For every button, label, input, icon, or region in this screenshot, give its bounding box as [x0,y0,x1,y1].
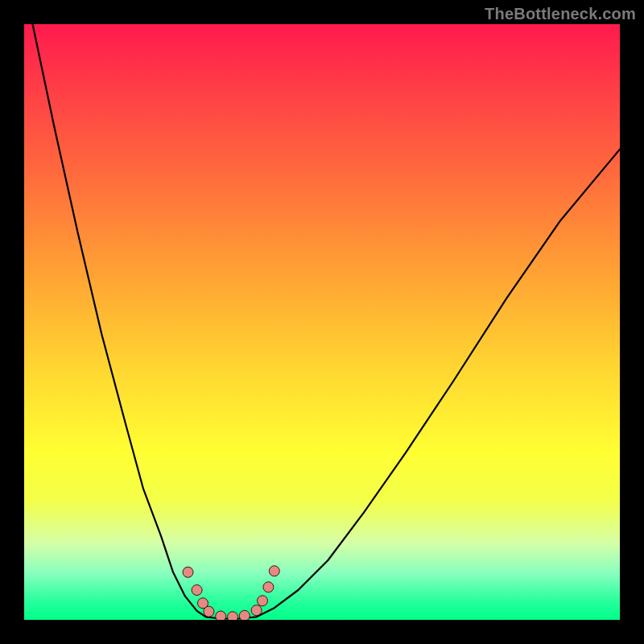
curve-marker [269,566,279,576]
chart-frame: TheBottleneck.com [0,0,644,644]
curve-marker [263,582,274,592]
bottleneck-curve [30,24,620,619]
bottleneck-curve-path [30,24,620,619]
watermark-label: TheBottleneck.com [485,5,636,23]
curve-marker [228,612,238,620]
curve-marker [239,610,250,620]
curve-marker [204,606,214,617]
curve-marker [258,596,268,606]
curve-marker [251,605,262,616]
curve-marker [183,567,193,577]
plot-area [24,24,620,620]
curve-marker [192,585,202,596]
chart-svg [24,24,620,620]
curve-marker [216,611,226,620]
